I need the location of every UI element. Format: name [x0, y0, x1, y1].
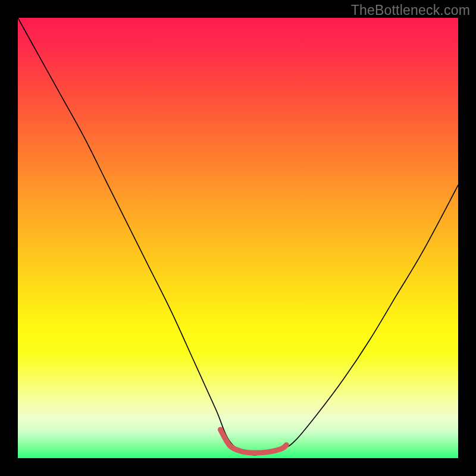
bottleneck-curve — [18, 18, 458, 455]
plot-area — [18, 18, 458, 458]
chart-svg — [18, 18, 458, 458]
watermark-text: TheBottleneck.com — [351, 2, 470, 18]
chart-frame: TheBottleneck.com — [0, 0, 476, 476]
optimal-flat-region — [220, 430, 286, 453]
